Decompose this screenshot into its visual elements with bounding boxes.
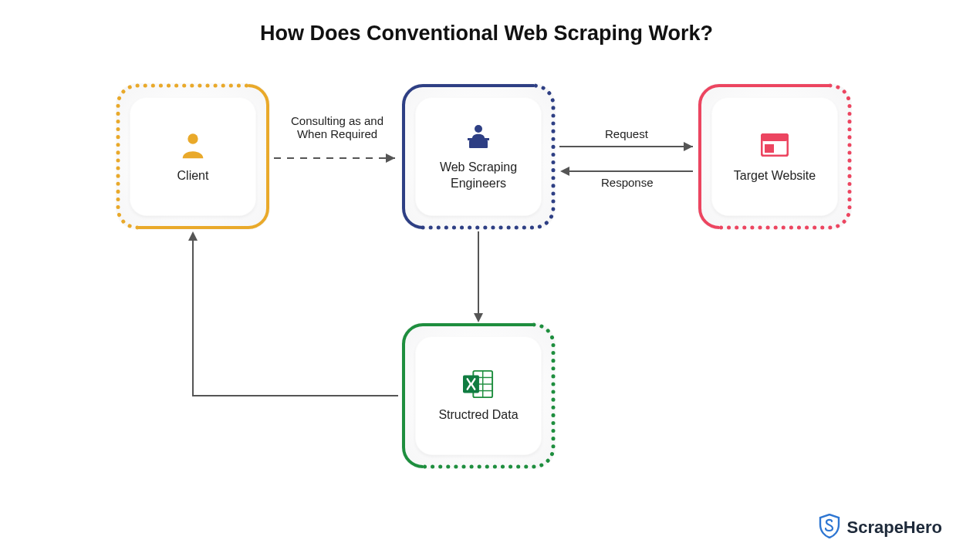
edge-label-consulting: Consulting as and When Required [279, 114, 395, 140]
svg-marker-2 [560, 167, 569, 176]
diagram-canvas: Consulting as and When Required Request … [0, 0, 973, 560]
svg-marker-4 [188, 231, 198, 241]
shield-icon [819, 514, 840, 541]
svg-rect-7 [468, 138, 489, 140]
node-engineers-label: Web Scraping Engineers [440, 160, 517, 192]
node-data: Structred Data [401, 322, 556, 469]
edge-label-request: Request [602, 127, 651, 140]
brand-logo: ScrapeHero [819, 514, 942, 541]
node-website-label: Target Website [734, 168, 816, 184]
engineer-icon [463, 121, 494, 152]
excel-icon [463, 369, 494, 400]
svg-marker-1 [684, 142, 693, 151]
brand-name: ScrapeHero [846, 518, 942, 538]
svg-point-6 [475, 125, 482, 133]
svg-marker-0 [386, 153, 395, 163]
node-engineers: Web Scraping Engineers [401, 83, 556, 230]
browser-icon [759, 130, 790, 160]
svg-marker-3 [474, 313, 483, 322]
node-client-label: Client [177, 168, 209, 184]
node-client: Client [116, 83, 270, 230]
node-data-label: Structred Data [438, 407, 518, 423]
person-icon [177, 130, 208, 160]
svg-rect-8 [469, 140, 488, 148]
svg-rect-11 [765, 144, 774, 153]
svg-rect-10 [762, 134, 788, 141]
node-website: Target Website [698, 83, 852, 230]
edge-label-response: Response [598, 176, 657, 189]
svg-point-5 [188, 133, 198, 143]
